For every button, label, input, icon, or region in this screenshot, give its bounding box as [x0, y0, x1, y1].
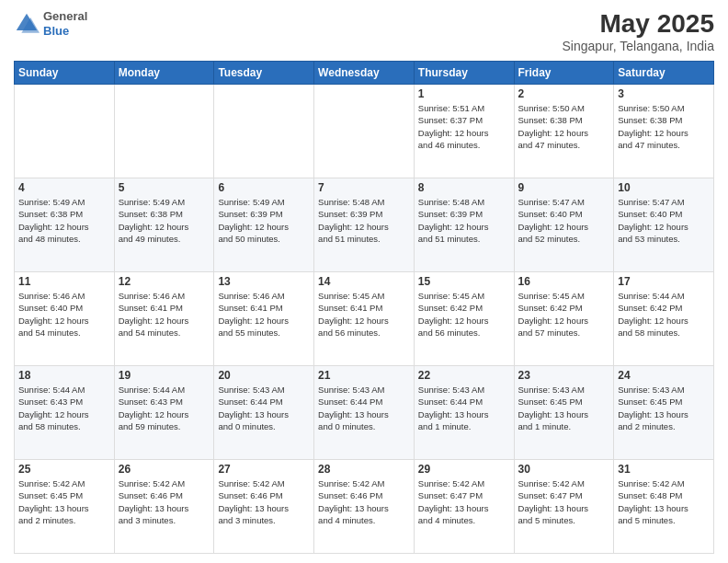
calendar-header-friday: Friday	[514, 62, 614, 85]
calendar-cell: 27Sunrise: 5:42 AM Sunset: 6:46 PM Dayli…	[214, 460, 314, 554]
day-number: 2	[518, 87, 610, 100]
day-info: Sunrise: 5:43 AM Sunset: 6:45 PM Dayligh…	[618, 384, 710, 432]
day-info: Sunrise: 5:44 AM Sunset: 6:43 PM Dayligh…	[18, 384, 110, 432]
day-info: Sunrise: 5:42 AM Sunset: 6:48 PM Dayligh…	[618, 477, 710, 526]
logo-general-text: General	[43, 9, 87, 24]
day-number: 16	[518, 275, 610, 288]
day-info: Sunrise: 5:43 AM Sunset: 6:45 PM Dayligh…	[518, 384, 610, 432]
calendar-cell: 25Sunrise: 5:42 AM Sunset: 6:45 PM Dayli…	[15, 460, 115, 554]
calendar-cell: 15Sunrise: 5:45 AM Sunset: 6:42 PM Dayli…	[414, 272, 514, 366]
calendar-table: SundayMondayTuesdayWednesdayThursdayFrid…	[14, 61, 714, 554]
calendar-cell: 8Sunrise: 5:48 AM Sunset: 6:39 PM Daylig…	[414, 178, 514, 272]
day-number: 11	[18, 275, 110, 288]
calendar-cell: 16Sunrise: 5:45 AM Sunset: 6:42 PM Dayli…	[514, 272, 614, 366]
day-number: 17	[618, 275, 710, 288]
calendar-cell: 21Sunrise: 5:43 AM Sunset: 6:44 PM Dayli…	[314, 366, 415, 460]
day-number: 23	[518, 369, 610, 382]
day-info: Sunrise: 5:45 AM Sunset: 6:42 PM Dayligh…	[418, 290, 510, 339]
day-number: 24	[618, 369, 710, 382]
calendar-week-3: 11Sunrise: 5:46 AM Sunset: 6:40 PM Dayli…	[15, 272, 714, 366]
calendar-cell: 18Sunrise: 5:44 AM Sunset: 6:43 PM Dayli…	[15, 366, 115, 460]
day-number: 26	[119, 463, 210, 476]
day-info: Sunrise: 5:51 AM Sunset: 6:37 PM Dayligh…	[418, 102, 510, 151]
day-number: 19	[119, 369, 210, 382]
day-info: Sunrise: 5:49 AM Sunset: 6:39 PM Dayligh…	[218, 196, 310, 245]
day-info: Sunrise: 5:43 AM Sunset: 6:44 PM Dayligh…	[218, 384, 310, 432]
calendar-cell: 23Sunrise: 5:43 AM Sunset: 6:45 PM Dayli…	[514, 366, 614, 460]
day-number: 30	[518, 463, 610, 476]
day-number: 3	[618, 87, 710, 100]
calendar-cell: 14Sunrise: 5:45 AM Sunset: 6:41 PM Dayli…	[314, 272, 415, 366]
day-number: 18	[18, 369, 110, 382]
calendar-cell: 29Sunrise: 5:42 AM Sunset: 6:47 PM Dayli…	[414, 460, 514, 554]
calendar-week-4: 18Sunrise: 5:44 AM Sunset: 6:43 PM Dayli…	[15, 366, 714, 460]
day-number: 4	[18, 181, 110, 194]
day-info: Sunrise: 5:46 AM Sunset: 6:41 PM Dayligh…	[119, 290, 210, 339]
day-number: 1	[418, 87, 510, 100]
calendar-cell: 10Sunrise: 5:47 AM Sunset: 6:40 PM Dayli…	[614, 178, 714, 272]
subtitle: Singapur, Telangana, India	[562, 39, 714, 53]
calendar-header-sunday: Sunday	[15, 62, 115, 85]
day-number: 13	[218, 275, 310, 288]
calendar-cell: 5Sunrise: 5:49 AM Sunset: 6:38 PM Daylig…	[114, 178, 214, 272]
day-info: Sunrise: 5:42 AM Sunset: 6:46 PM Dayligh…	[218, 477, 310, 526]
calendar-header-row: SundayMondayTuesdayWednesdayThursdayFrid…	[15, 62, 714, 85]
day-info: Sunrise: 5:45 AM Sunset: 6:42 PM Dayligh…	[518, 290, 610, 339]
logo: General Blue	[14, 9, 87, 38]
logo-icon	[14, 11, 40, 37]
day-number: 7	[318, 181, 410, 194]
day-info: Sunrise: 5:49 AM Sunset: 6:38 PM Dayligh…	[119, 196, 210, 245]
calendar-header-thursday: Thursday	[414, 62, 514, 85]
calendar-week-5: 25Sunrise: 5:42 AM Sunset: 6:45 PM Dayli…	[15, 460, 714, 554]
day-info: Sunrise: 5:47 AM Sunset: 6:40 PM Dayligh…	[518, 196, 610, 245]
calendar-week-1: 1Sunrise: 5:51 AM Sunset: 6:37 PM Daylig…	[15, 85, 714, 178]
day-info: Sunrise: 5:42 AM Sunset: 6:46 PM Dayligh…	[318, 477, 410, 526]
day-info: Sunrise: 5:50 AM Sunset: 6:38 PM Dayligh…	[618, 102, 710, 151]
day-number: 21	[318, 369, 410, 382]
day-number: 15	[418, 275, 510, 288]
title-block: May 2025 Singapur, Telangana, India	[562, 9, 714, 53]
day-info: Sunrise: 5:43 AM Sunset: 6:44 PM Dayligh…	[418, 384, 510, 432]
day-info: Sunrise: 5:45 AM Sunset: 6:41 PM Dayligh…	[318, 290, 410, 339]
day-number: 14	[318, 275, 410, 288]
month-title: May 2025	[562, 9, 714, 39]
calendar-header-wednesday: Wednesday	[314, 62, 415, 85]
calendar-cell: 6Sunrise: 5:49 AM Sunset: 6:39 PM Daylig…	[214, 178, 314, 272]
day-number: 31	[618, 463, 710, 476]
day-number: 28	[318, 463, 410, 476]
calendar-header-monday: Monday	[114, 62, 214, 85]
logo-text: General Blue	[43, 9, 87, 38]
calendar-week-2: 4Sunrise: 5:49 AM Sunset: 6:38 PM Daylig…	[15, 178, 714, 272]
day-number: 27	[218, 463, 310, 476]
calendar-cell: 19Sunrise: 5:44 AM Sunset: 6:43 PM Dayli…	[114, 366, 214, 460]
day-info: Sunrise: 5:48 AM Sunset: 6:39 PM Dayligh…	[318, 196, 410, 245]
day-info: Sunrise: 5:43 AM Sunset: 6:44 PM Dayligh…	[318, 384, 410, 432]
day-number: 9	[518, 181, 610, 194]
calendar-cell: 1Sunrise: 5:51 AM Sunset: 6:37 PM Daylig…	[414, 85, 514, 178]
day-number: 5	[119, 181, 210, 194]
day-info: Sunrise: 5:42 AM Sunset: 6:47 PM Dayligh…	[518, 477, 610, 526]
calendar-cell: 9Sunrise: 5:47 AM Sunset: 6:40 PM Daylig…	[514, 178, 614, 272]
day-info: Sunrise: 5:46 AM Sunset: 6:40 PM Dayligh…	[18, 290, 110, 339]
day-info: Sunrise: 5:49 AM Sunset: 6:38 PM Dayligh…	[18, 196, 110, 245]
calendar-cell: 26Sunrise: 5:42 AM Sunset: 6:46 PM Dayli…	[114, 460, 214, 554]
day-number: 22	[418, 369, 510, 382]
calendar-cell: 22Sunrise: 5:43 AM Sunset: 6:44 PM Dayli…	[414, 366, 514, 460]
calendar-cell: 30Sunrise: 5:42 AM Sunset: 6:47 PM Dayli…	[514, 460, 614, 554]
day-number: 8	[418, 181, 510, 194]
calendar-header-tuesday: Tuesday	[214, 62, 314, 85]
day-number: 25	[18, 463, 110, 476]
calendar-cell: 24Sunrise: 5:43 AM Sunset: 6:45 PM Dayli…	[614, 366, 714, 460]
calendar-cell: 17Sunrise: 5:44 AM Sunset: 6:42 PM Dayli…	[614, 272, 714, 366]
day-info: Sunrise: 5:42 AM Sunset: 6:45 PM Dayligh…	[18, 477, 110, 526]
page: General Blue May 2025 Singapur, Telangan…	[0, 0, 728, 563]
day-info: Sunrise: 5:42 AM Sunset: 6:46 PM Dayligh…	[119, 477, 210, 526]
calendar-cell	[314, 85, 415, 178]
day-number: 10	[618, 181, 710, 194]
day-number: 12	[119, 275, 210, 288]
day-info: Sunrise: 5:50 AM Sunset: 6:38 PM Dayligh…	[518, 102, 610, 151]
calendar-cell: 12Sunrise: 5:46 AM Sunset: 6:41 PM Dayli…	[114, 272, 214, 366]
calendar-cell: 7Sunrise: 5:48 AM Sunset: 6:39 PM Daylig…	[314, 178, 415, 272]
day-info: Sunrise: 5:42 AM Sunset: 6:47 PM Dayligh…	[418, 477, 510, 526]
day-info: Sunrise: 5:44 AM Sunset: 6:43 PM Dayligh…	[119, 384, 210, 432]
